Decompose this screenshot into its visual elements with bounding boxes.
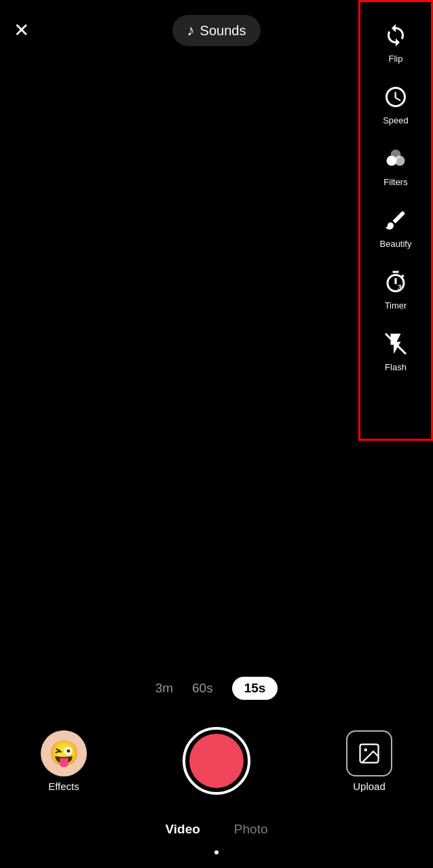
- record-inner: [189, 734, 244, 788]
- sidebar-item-flip[interactable]: Flip: [360, 14, 431, 69]
- sidebar-item-flash[interactable]: Flash: [360, 323, 431, 378]
- right-sidebar: Flip Speed Filters Beau: [358, 0, 433, 441]
- tab-bar: Video Photo: [165, 822, 267, 837]
- effects-button[interactable]: 😜 Effects: [41, 730, 87, 792]
- flip-icon: [380, 20, 411, 51]
- upload-icon: [346, 730, 392, 776]
- tab-video[interactable]: Video: [165, 822, 200, 837]
- music-icon: ♪: [187, 22, 195, 39]
- record-button[interactable]: [183, 727, 250, 795]
- effects-icon: 😜: [41, 730, 87, 776]
- timer-icon: 3: [380, 267, 411, 298]
- bottom-section: 3m 60s 15s 😜 Effects Upload Video Photo: [0, 583, 433, 868]
- duration-3m[interactable]: 3m: [155, 681, 173, 696]
- duration-bar: 3m 60s 15s: [155, 677, 278, 700]
- svg-point-7: [364, 748, 368, 751]
- flash-icon: [380, 328, 411, 359]
- duration-60s[interactable]: 60s: [192, 681, 213, 696]
- svg-point-3: [401, 212, 404, 215]
- sounds-label: Sounds: [200, 23, 246, 39]
- effects-label: Effects: [48, 781, 79, 792]
- flash-label: Flash: [385, 362, 407, 372]
- flip-label: Flip: [389, 54, 403, 64]
- sidebar-item-beautify[interactable]: Beautify: [360, 199, 431, 254]
- sidebar-item-filters[interactable]: Filters: [360, 138, 431, 193]
- tab-indicator-dot: [214, 850, 219, 854]
- filters-label: Filters: [383, 177, 407, 187]
- upload-button[interactable]: Upload: [346, 730, 392, 792]
- controls-row: 😜 Effects Upload: [0, 727, 433, 795]
- duration-15s[interactable]: 15s: [232, 677, 278, 700]
- beautify-icon: [380, 205, 411, 236]
- speed-icon: [380, 81, 411, 113]
- sounds-button[interactable]: ♪ Sounds: [172, 15, 261, 46]
- svg-point-2: [391, 150, 401, 160]
- svg-text:3: 3: [398, 283, 402, 292]
- beautify-label: Beautify: [380, 239, 412, 249]
- tab-photo[interactable]: Photo: [234, 822, 268, 837]
- upload-label: Upload: [353, 781, 385, 792]
- close-button[interactable]: ✕: [14, 21, 29, 40]
- sidebar-item-timer[interactable]: 3 Timer: [360, 261, 431, 316]
- timer-label: Timer: [385, 300, 407, 311]
- speed-label: Speed: [383, 115, 409, 125]
- sidebar-item-speed[interactable]: Speed: [360, 76, 431, 131]
- filters-icon: [380, 143, 411, 174]
